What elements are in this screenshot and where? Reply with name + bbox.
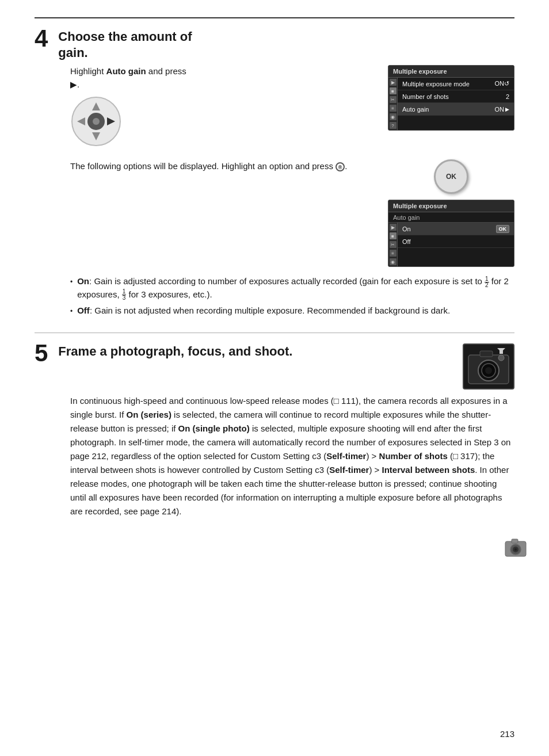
step5-section: 5 Frame a photograph, focus, and shoot.	[35, 343, 514, 518]
step5-number: 5	[35, 341, 48, 365]
step4-desc: The following options will be displayed.…	[70, 159, 376, 173]
step4-title: Choose the amount ofgain.	[58, 29, 192, 60]
shutter-svg	[466, 346, 512, 387]
step5-title: Frame a photograph, focus, and shoot.	[58, 343, 451, 360]
step4-highlight: Highlight Auto gain and press▶.	[70, 65, 371, 91]
ok-button-container: OK	[434, 159, 468, 194]
ok-button-icon: OK	[434, 159, 468, 194]
side-icon-5: ◉	[390, 113, 396, 120]
ok-badge: OK	[496, 225, 510, 233]
side-icon-2: ■	[390, 87, 396, 94]
shutter-box	[463, 343, 514, 390]
cam-panel-2: Multiple exposure Auto gain ▶ ■ ✂ ≡ ◉	[388, 200, 514, 267]
step-divider	[35, 333, 514, 333]
svg-point-12	[498, 355, 504, 361]
svg-rect-16	[512, 539, 518, 543]
side-icon2-1: ▶	[390, 224, 396, 231]
side-icon-1: ▶	[390, 79, 396, 86]
svg-point-6	[93, 118, 100, 125]
bullet-item-off: • Off: Gain is not adjusted when recordi…	[70, 304, 514, 318]
dpad-container	[70, 96, 371, 149]
step4-header-row: 4 Choose the amount ofgain.	[35, 29, 514, 60]
cam-panel1-row-0: Multiple exposure mode ON↺	[398, 78, 514, 90]
camera-sidebar-icon	[504, 538, 527, 560]
cam-panel2-subtitle: Auto gain	[388, 212, 514, 223]
svg-rect-8	[480, 351, 493, 357]
shutter-icon-area	[463, 343, 514, 390]
side-icon-3: ✂	[390, 96, 396, 103]
side-icon-4: ≡	[390, 105, 396, 112]
side-icon-6: ?	[390, 122, 396, 129]
cam-panel2-body: ▶ ■ ✂ ≡ ◉ On OK Off	[388, 223, 514, 266]
page-number: 213	[500, 729, 514, 739]
bullet-section: • On: Gain is adjusted according to numb…	[70, 275, 514, 321]
svg-rect-14	[500, 348, 503, 354]
cam-panel1-row-2: Auto gain ON ▶	[398, 103, 514, 116]
page: 4 Choose the amount ofgain. Highlight Au…	[0, 0, 549, 756]
step5-body: In continuous high-speed and continuous …	[70, 394, 514, 518]
step4-number: 4	[35, 26, 48, 51]
svg-point-11	[485, 367, 492, 374]
dpad-icon	[70, 96, 122, 147]
svg-point-19	[514, 548, 517, 551]
side-icon2-2: ■	[390, 232, 396, 239]
cam-panel2-row-off: Off	[398, 235, 514, 248]
cam-panel1-side-icons: ▶ ■ ✂ ≡ ◉ ?	[388, 78, 398, 130]
cam-panel1-rows: Multiple exposure mode ON↺ Number of sho…	[398, 78, 514, 130]
side-icon2-3: ✂	[390, 241, 396, 248]
top-divider	[35, 17, 514, 18]
cam-panel2-side-icons: ▶ ■ ✂ ≡ ◉	[388, 223, 398, 266]
step4-section: 4 Choose the amount ofgain. Highlight Au…	[35, 29, 514, 321]
bullet-item-on: • On: Gain is adjusted according to numb…	[70, 275, 514, 301]
cam-panel1-title: Multiple exposure	[388, 66, 514, 78]
cam-panel1-body: ▶ ■ ✂ ≡ ◉ ? Multiple exposure mode ON↺	[388, 78, 514, 130]
cam-panel-1: Multiple exposure ▶ ■ ✂ ≡ ◉ ?	[388, 65, 514, 131]
side-icon2-5: ◉	[390, 258, 396, 265]
cam-panel1-row-1: Number of shots 2	[398, 90, 514, 103]
camera-icon-svg	[504, 538, 527, 559]
cam-panel2-row-on: On OK	[398, 223, 514, 235]
side-icon2-4: ≡	[390, 250, 396, 257]
step5-header-row: 5 Frame a photograph, focus, and shoot.	[35, 343, 514, 390]
cam-panel2-rows: On OK Off	[398, 223, 514, 266]
cam-panel2-title: Multiple exposure	[388, 200, 514, 212]
